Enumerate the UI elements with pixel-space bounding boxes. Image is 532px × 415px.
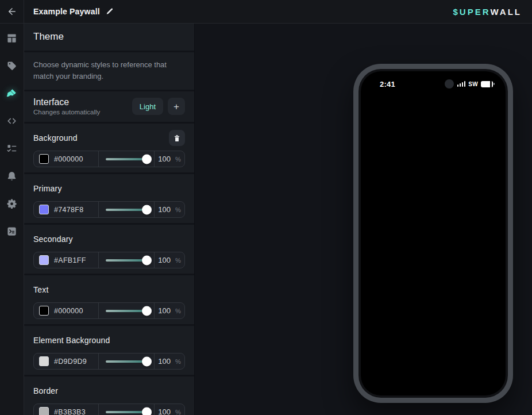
sidebar-item-code[interactable] [6, 114, 18, 127]
edit-title-button[interactable] [106, 7, 114, 16]
opacity-cell[interactable]: 100 % [155, 252, 184, 268]
color-section-label: Element Background [33, 336, 110, 345]
color-swatch[interactable] [39, 154, 49, 164]
sidebar-item-layout[interactable] [6, 32, 18, 44]
color-swatch[interactable] [39, 205, 49, 214]
superwall-logo: $UPERWALL [442, 0, 532, 23]
sidebar-icon-rail [0, 24, 24, 415]
opacity-cell[interactable]: 100 % [155, 303, 184, 318]
hex-input[interactable]: #D9D9D9 [34, 353, 98, 369]
opacity-cell[interactable]: 100 % [155, 353, 184, 369]
color-swatch[interactable] [39, 407, 49, 415]
opacity-slider[interactable] [98, 202, 155, 217]
slider-track[interactable] [106, 310, 147, 312]
sidebar-item-console[interactable] [6, 225, 18, 237]
battery-icon [481, 81, 495, 87]
interface-labels: Interface Changes automatically [33, 97, 100, 116]
cellular-signal-icon [457, 81, 466, 87]
color-label-row: Element Background [33, 333, 185, 348]
slider-track[interactable] [106, 259, 147, 262]
hex-input[interactable]: #AFB1FF [34, 252, 98, 268]
paywall-preview-screen[interactable]: 2:41 SW [361, 71, 506, 395]
page-title: Example Paywall [33, 7, 100, 16]
slider-track[interactable] [106, 158, 147, 160]
color-control: #000000 100 % [33, 302, 185, 319]
panel-title: Theme [33, 31, 185, 43]
phone-statusbar: 2:41 SW [361, 79, 506, 89]
slider-thumb[interactable] [142, 154, 152, 164]
color-section: Secondary #AFB1FF 100 % [24, 225, 194, 275]
opacity-cell[interactable]: 100 % [155, 202, 184, 217]
slider-thumb[interactable] [142, 356, 152, 366]
slider-thumb[interactable] [142, 255, 152, 265]
slider-thumb[interactable] [142, 205, 152, 214]
sidebar-item-theme[interactable] [6, 87, 18, 99]
opacity-slider[interactable] [98, 404, 155, 415]
sidebar-item-checklist[interactable] [6, 142, 18, 155]
color-label-row: Primary [33, 181, 185, 196]
color-label-row: Text [33, 282, 185, 297]
opacity-unit: % [175, 308, 181, 314]
color-section-label: Text [33, 285, 48, 294]
hex-value: #7478F8 [54, 206, 83, 214]
interface-section: Interface Changes automatically Light + [24, 91, 194, 124]
opacity-slider[interactable] [98, 303, 155, 318]
color-control: #B3B3B3 100 % [33, 404, 185, 415]
opacity-value: 100 [158, 357, 171, 366]
hex-input[interactable]: #000000 [34, 303, 98, 318]
logo-rest: WALL [491, 7, 522, 17]
phone-mockup: 2:41 SW [353, 64, 513, 403]
color-swatch[interactable] [39, 356, 49, 366]
checklist-icon [6, 143, 17, 154]
opacity-slider[interactable] [98, 151, 155, 167]
panel-header: Theme [24, 24, 194, 52]
color-control: #000000 100 % [33, 151, 185, 167]
opacity-value: 100 [158, 256, 171, 264]
tag-icon [6, 60, 17, 71]
sidebar-item-notifications[interactable] [6, 170, 18, 182]
hex-value: #B3B3B3 [54, 408, 86, 415]
gear-icon [6, 198, 17, 209]
color-sections: Background #000000 100 % Primary [24, 124, 194, 415]
color-swatch[interactable] [39, 306, 49, 316]
color-control: #D9D9D9 100 % [33, 353, 185, 370]
color-section: Text #000000 100 % [24, 275, 194, 326]
bell-icon [6, 171, 17, 182]
slider-thumb[interactable] [142, 407, 152, 415]
opacity-unit: % [175, 206, 181, 213]
slider-thumb[interactable] [142, 306, 152, 316]
title-wrap: Example Paywall [24, 0, 442, 23]
opacity-slider[interactable] [98, 353, 155, 369]
opacity-slider[interactable] [98, 252, 155, 268]
color-section-label: Secondary [33, 235, 73, 244]
interface-mode-button[interactable]: Light [132, 98, 163, 115]
sidebar-item-settings[interactable] [6, 197, 18, 210]
slider-track[interactable] [106, 209, 147, 211]
phone-bezel: 2:41 SW [358, 69, 508, 398]
slider-track[interactable] [106, 411, 147, 413]
opacity-cell[interactable]: 100 % [155, 404, 184, 415]
color-section: Background #000000 100 % [24, 124, 194, 174]
color-swatch[interactable] [39, 255, 49, 265]
opacity-value: 100 [158, 408, 171, 415]
hex-value: #000000 [54, 307, 83, 315]
hex-input[interactable]: #000000 [34, 151, 98, 167]
hex-input[interactable]: #B3B3B3 [34, 404, 98, 415]
back-button[interactable] [0, 0, 24, 23]
opacity-cell[interactable]: 100 % [155, 151, 184, 167]
color-label-row: Background [33, 130, 185, 145]
opacity-value: 100 [158, 306, 171, 315]
carrier-label: SW [468, 81, 478, 87]
slider-track[interactable] [106, 360, 147, 363]
color-control: #AFB1FF 100 % [33, 252, 185, 268]
theme-panel: Theme Choose dynamic styles to reference… [24, 24, 195, 415]
logo-accent: $UPER [453, 7, 490, 17]
hex-input[interactable]: #7478F8 [34, 202, 98, 217]
status-icons: SW [457, 81, 495, 87]
delete-color-button[interactable] [169, 130, 185, 146]
add-interface-button[interactable]: + [168, 98, 185, 115]
opacity-value: 100 [158, 205, 171, 214]
color-label-row: Border [33, 383, 185, 398]
console-icon [6, 226, 17, 237]
sidebar-item-products[interactable] [6, 59, 18, 72]
